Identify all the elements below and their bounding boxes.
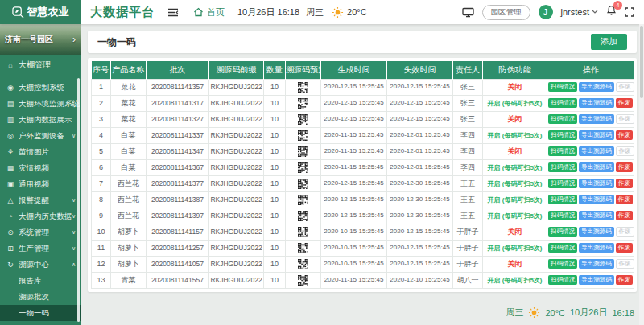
void-button[interactable]: 作废 (616, 211, 633, 221)
export-code-button[interactable]: 导出溯源码 (579, 227, 614, 237)
export-code-button[interactable]: 导出溯源码 (579, 275, 614, 286)
sidebar-item-户外监测设备[interactable]: ◎户外监测设备∨ (0, 128, 80, 144)
scan-status-button[interactable]: 扫码情况 (548, 195, 577, 205)
anti-fake-status: 关闭 (508, 228, 522, 236)
chevron-down-icon: ∨ (72, 213, 76, 220)
username-menu[interactable]: jnrstest (561, 7, 598, 17)
anti-fake-status: 关闭 (508, 83, 522, 91)
username-label: jnrstest (561, 7, 589, 17)
cell-qr-preview[interactable] (286, 191, 321, 208)
export-code-button[interactable]: 导出溯源码 (579, 82, 614, 93)
cell-qr-preview[interactable] (286, 127, 321, 143)
page-scrollbar[interactable] (639, 24, 644, 325)
sidebar-item-灾情视频[interactable]: ▦灾情视频 (0, 160, 80, 176)
sidebar-item-报告库[interactable]: 报告库 (0, 273, 80, 289)
sidebar-scrollbar[interactable] (77, 78, 80, 322)
app-logo: 智慧农业 (0, 0, 80, 24)
avatar[interactable]: J (539, 5, 553, 19)
cell-qr-preview[interactable] (286, 95, 321, 111)
cell-qr-preview[interactable] (286, 256, 321, 272)
cell-qr-preview[interactable] (286, 79, 321, 95)
env-monitor-icon: ▤ (6, 100, 15, 108)
scan-status-button[interactable]: 扫码情况 (548, 82, 577, 93)
export-code-button[interactable]: 导出溯源码 (579, 98, 614, 109)
sidebar-item-系统管理[interactable]: ⊙系统管理∨ (0, 224, 80, 241)
sidebar-item-label: 溯源批次 (19, 292, 49, 302)
footer-time: 16:18 (612, 308, 634, 318)
column-header: 防伪功能 (483, 61, 547, 79)
export-code-button[interactable]: 导出溯源码 (579, 259, 614, 269)
cell-qr-preview[interactable] (286, 224, 321, 240)
cell-qr-preview[interactable] (286, 272, 321, 288)
void-button[interactable]: 作废 (616, 130, 633, 141)
sidebar-item-溯源批次[interactable]: 溯源批次 (0, 289, 80, 305)
page-scrollbar-thumb[interactable] (640, 26, 643, 98)
scan-status-button[interactable]: 扫码情况 (548, 259, 577, 269)
sidebar-item-大棚管理[interactable]: ⌂大棚管理 (0, 55, 80, 76)
sidebar-item-溯源中心[interactable]: ↻溯源中心∧ (0, 257, 80, 273)
export-code-button[interactable]: 导出溯源码 (579, 195, 614, 205)
export-code-button[interactable]: 导出溯源码 (579, 162, 614, 173)
sidebar-item-报警提醒[interactable]: △报警提醒∨ (0, 192, 80, 208)
export-code-button[interactable]: 导出溯源码 (579, 243, 614, 253)
park-manage-button[interactable]: 园区管理 (482, 5, 530, 20)
scan-status-button[interactable]: 扫码情况 (548, 211, 577, 221)
logo-text: 智慧农业 (27, 5, 69, 19)
cell-batch: 20200811141327 (147, 111, 209, 127)
sidebar-item-苗情图片[interactable]: ⚘苗情图片 (0, 144, 80, 160)
platform-title: 大数据平台 (90, 5, 155, 20)
export-code-button[interactable]: 导出溯源码 (579, 146, 614, 157)
cell-qr-preview[interactable] (286, 143, 321, 159)
void-button[interactable]: 作废 (616, 275, 633, 286)
scan-status-button[interactable]: 扫码情况 (548, 275, 577, 286)
sidebar-item-大棚内历史数据[interactable]: ◔大棚内历史数据∨ (0, 208, 80, 224)
hamburger-menu-icon[interactable] (167, 8, 179, 17)
scan-status-button[interactable]: 扫码情况 (548, 146, 577, 157)
export-code-button[interactable]: 导出溯源码 (579, 130, 614, 141)
cell-expired-time: 2020-12-15 15:25:45 (387, 224, 453, 240)
cell-anti-fake: 开启 (每码可扫5次) (483, 159, 547, 175)
scan-status-button[interactable]: 扫码情况 (548, 130, 577, 141)
void-button[interactable]: 作废 (616, 98, 633, 109)
fullscreen-icon[interactable] (625, 7, 634, 17)
table-row: 10胡萝卜20200811141157RKJHGDUJ2022102020-10… (92, 224, 634, 240)
monitor-icon[interactable] (462, 7, 474, 18)
scan-status-button[interactable]: 扫码情况 (548, 227, 577, 237)
sidebar-item-通用视频[interactable]: ▣通用视频 (0, 176, 80, 192)
home-nav[interactable]: 首页 (193, 6, 225, 19)
cell-qr-preview[interactable] (286, 159, 321, 175)
cell-qr-preview[interactable] (286, 240, 321, 256)
footer-date: 10月26日 (570, 306, 607, 319)
scan-status-button[interactable]: 扫码情况 (548, 243, 577, 253)
export-code-button[interactable]: 导出溯源码 (579, 211, 614, 221)
sidebar-item-生产管理[interactable]: ⊞生产管理∨ (0, 241, 80, 257)
void-button[interactable]: 作废 (616, 195, 633, 205)
notifications[interactable]: 4 (606, 5, 617, 19)
void-button[interactable]: 作废 (616, 179, 633, 189)
cell-qr-preview[interactable] (286, 208, 321, 224)
park-selector[interactable]: 济南一号园区 › (0, 24, 80, 55)
add-button[interactable]: 添加 (591, 34, 627, 50)
cell-operations: 扫码情况导出溯源码作废 (547, 240, 634, 256)
sidebar-item-label: 苗情图片 (19, 147, 49, 158)
cell-code-prefix: RKJHGDUJ2022 (209, 272, 264, 288)
sidebar-item-一物一码[interactable]: 一物一码 (0, 305, 80, 321)
void-button[interactable]: 作废 (616, 162, 633, 173)
sidebar-item-大棚控制系统[interactable]: ◉大棚控制系统 (0, 80, 80, 96)
cell-owner: 胡八一 (453, 272, 483, 288)
cell-qr-preview[interactable] (286, 175, 321, 191)
chevron-right-icon: › (72, 34, 76, 45)
sidebar-item-大棚内数据展示[interactable]: ▥大棚内数据展示 (0, 112, 80, 128)
sidebar-item-大棚环境监测系统[interactable]: ▤大棚环境监测系统 (0, 96, 80, 112)
scan-status-button[interactable]: 扫码情况 (548, 179, 577, 189)
export-code-button[interactable]: 导出溯源码 (579, 179, 614, 189)
cell-qr-preview[interactable] (286, 111, 321, 127)
scan-status-button[interactable]: 扫码情况 (548, 162, 577, 173)
cell-expired-time: 2020-12-01 15:25:45 (387, 143, 453, 159)
cell-expired-time: 2020-12-01 15:25:45 (387, 159, 453, 175)
column-header: 责任人 (453, 61, 483, 79)
scan-status-button[interactable]: 扫码情况 (548, 98, 577, 109)
void-button[interactable]: 作废 (616, 243, 633, 253)
export-code-button[interactable]: 导出溯源码 (579, 114, 614, 125)
scan-status-button[interactable]: 扫码情况 (548, 114, 577, 125)
